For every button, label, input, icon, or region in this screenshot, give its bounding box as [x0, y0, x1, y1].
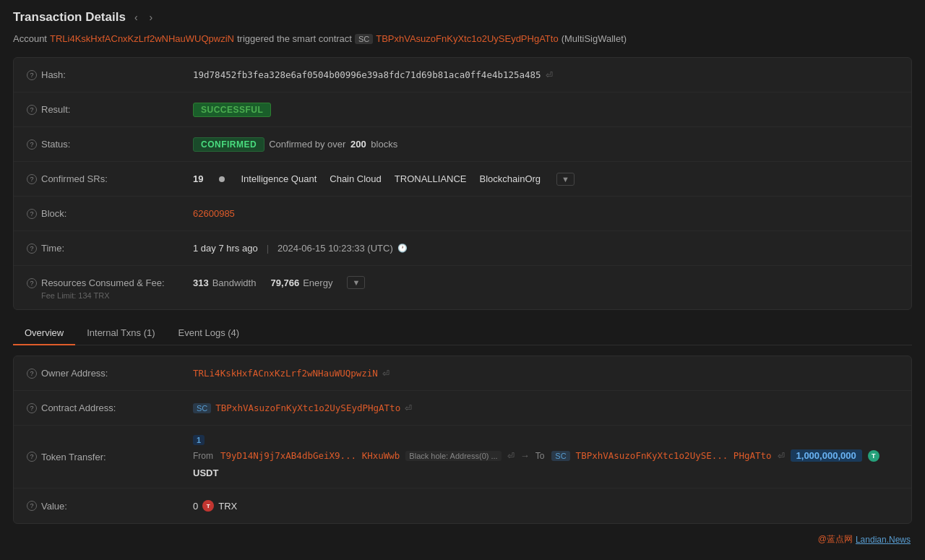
sr-name-1: Intelligence Quant [241, 173, 317, 184]
owner-label: Owner Address: [41, 368, 108, 379]
time-clock-icon[interactable]: 🕐 [397, 244, 408, 253]
token-badge: 1 [193, 435, 205, 445]
time-relative: 1 day 7 hrs ago [193, 243, 258, 254]
hash-copy-icon[interactable]: ⏎ [546, 70, 553, 80]
value-currency: TRX [218, 501, 237, 512]
srs-label: Confirmed SRs: [41, 173, 108, 184]
contract-address-link[interactable]: TBPxhVAsuzoFnKyXtc1o2UySEydPHgATto [215, 402, 400, 413]
hash-label: Hash: [41, 69, 66, 80]
to-address-link[interactable]: TBPxhVAsuzoFnKyXtc1o2UySE... PHgATto [576, 450, 772, 461]
sr-name-3: TRONALLIANCE [395, 173, 467, 184]
to-copy-icon[interactable]: ⏎ [778, 451, 785, 461]
bandwidth-num: 313 [193, 277, 209, 288]
block-row: ? Block: 62600985 [14, 197, 911, 231]
value-num: 0 [193, 501, 198, 512]
fee-sublabel: Fee Limit: 134 TRX [27, 291, 110, 300]
resources-help-icon[interactable]: ? [27, 278, 37, 288]
resources-label: Resources Consumed & Fee: [41, 277, 165, 288]
status-row: ? Status: CONFIRMED Confirmed by over 20… [14, 127, 911, 162]
block-number-link[interactable]: 62600985 [193, 208, 235, 219]
account-address-link[interactable]: TRLi4KskHxfACnxKzLrf2wNHauWUQpwziN [50, 33, 234, 44]
owner-address-row: ? Owner Address: TRLi4KskHxfACnxKzLrf2wN… [14, 356, 911, 391]
token-value: 1 From T9yD14Nj9j7xAB4dbGeiX9... KHxuWwb… [193, 435, 898, 478]
time-row: ? Time: 1 day 7 hrs ago | 2024-06-15 10:… [14, 231, 911, 266]
from-address-link[interactable]: T9yD14Nj9j7xAB4dbGeiX9... KHxuWwb [220, 450, 400, 461]
hash-text: 19d78452fb3fea328e6af0504b00996e39a8fdc7… [193, 69, 541, 80]
to-sc-tag: SC [551, 451, 569, 461]
page-title: Transaction Details [13, 10, 126, 25]
watermark: @蓝点网 Landian.News [818, 533, 911, 546]
energy-num: 79,766 [270, 277, 299, 288]
token-transfer-row: ? Token Transfer: 1 From T9yD14Nj9j7xAB4… [14, 426, 911, 488]
sr-name-4: BlockchainOrg [480, 173, 541, 184]
energy-label: Energy [303, 277, 332, 288]
tabs-row: Overview Internal Txns (1) Event Logs (4… [13, 322, 912, 345]
value-label: Value: [41, 501, 67, 512]
tab-internal-txns[interactable]: Internal Txns (1) [75, 322, 166, 345]
nav-back-button[interactable]: ‹ [132, 10, 141, 25]
from-label: From [193, 451, 213, 461]
status-value: CONFIRMED Confirmed by over 200 blocks [193, 137, 898, 152]
contract-address-link[interactable]: TBPxhVAsuzoFnKyXtc1o2UySEydPHgATto [376, 33, 558, 44]
usdt-icon: T [868, 450, 879, 462]
value-help-icon[interactable]: ? [27, 501, 37, 511]
contract-help-icon[interactable]: ? [27, 403, 37, 413]
hash-row: ? Hash: 19d78452fb3fea328e6af0504b00996e… [14, 58, 911, 92]
tab-event-logs[interactable]: Event Logs (4) [167, 322, 251, 345]
value-row: ? Value: 0 T TRX [14, 488, 911, 523]
time-value: 1 day 7 hrs ago | 2024-06-15 10:23:33 (U… [193, 243, 898, 254]
resources-value: 313 Bandwidth 79,766 Energy ▼ [193, 276, 898, 289]
overview-card: ? Owner Address: TRLi4KskHxfACnxKzLrf2wN… [13, 356, 912, 524]
from-copy-icon[interactable]: ⏎ [507, 451, 515, 461]
time-utc: 2024-06-15 10:23:33 (UTC) [278, 243, 393, 254]
tab-overview[interactable]: Overview [13, 322, 75, 345]
sc-tag: SC [355, 34, 373, 44]
account-prefix: Account [13, 33, 47, 44]
sr-list: 19 Intelligence Quant Chain Cloud TRONAL… [193, 173, 575, 186]
owner-address-link[interactable]: TRLi4KskHxfACnxKzLrf2wNHauWUQpwziN [193, 368, 378, 379]
result-help-icon[interactable]: ? [27, 105, 37, 115]
resources-list: 313 Bandwidth 79,766 Energy ▼ [193, 276, 365, 289]
block-help-icon[interactable]: ? [27, 209, 37, 219]
block-label: Block: [41, 208, 66, 219]
hash-value: 19d78452fb3fea328e6af0504b00996e39a8fdc7… [193, 69, 898, 80]
wallet-label: (MultiSigWallet) [562, 33, 627, 44]
srs-expand-button[interactable]: ▼ [556, 173, 575, 186]
usdt-label: USDT [193, 468, 218, 478]
transfer-details: From T9yD14Nj9j7xAB4dbGeiX9... KHxuWwb B… [193, 449, 898, 478]
account-middle-text: triggered the smart contract [237, 33, 352, 44]
result-value: SUCCESSFUL [193, 103, 898, 117]
value-amount: 0 T TRX [193, 500, 898, 512]
confirmed-prefix: Confirmed by over 200 blocks [269, 139, 397, 150]
nav-forward-button[interactable]: › [147, 10, 156, 25]
block-value: 62600985 [193, 208, 898, 219]
srs-help-icon[interactable]: ? [27, 174, 37, 184]
result-badge: SUCCESSFUL [193, 103, 271, 117]
confirmed-num: 200 [350, 139, 366, 150]
token-help-icon[interactable]: ? [27, 452, 37, 462]
hash-help-icon[interactable]: ? [27, 70, 37, 80]
contract-address-row: ? Contract Address: SC TBPxhVAsuzoFnKyXt… [14, 391, 911, 426]
energy-item: 79,766 Energy [270, 277, 332, 288]
to-label: To [535, 451, 545, 461]
watermark-at: @蓝点网 [818, 533, 853, 546]
status-label: Status: [41, 139, 70, 150]
bandwidth-item: 313 Bandwidth [193, 277, 256, 288]
contract-copy-icon[interactable]: ⏎ [405, 403, 412, 413]
status-help-icon[interactable]: ? [27, 139, 37, 150]
watermark-link[interactable]: Landian.News [856, 535, 911, 545]
blackhole-tag: Black hole: Address(0) ... [405, 451, 501, 461]
owner-copy-icon[interactable]: ⏎ [382, 369, 390, 379]
sr-name-2: Chain Cloud [330, 173, 382, 184]
result-row: ? Result: SUCCESSFUL [14, 92, 911, 127]
trx-icon: T [202, 500, 214, 512]
time-help-icon[interactable]: ? [27, 244, 37, 254]
resources-expand-button[interactable]: ▼ [347, 276, 365, 289]
sr-dot-1 [219, 176, 225, 182]
sr-count: 19 [193, 173, 203, 184]
details-card: ? Hash: 19d78452fb3fea328e6af0504b00996e… [13, 57, 912, 310]
owner-help-icon[interactable]: ? [27, 369, 37, 379]
srs-value: 19 Intelligence Quant Chain Cloud TRONAL… [193, 173, 898, 186]
bandwidth-label: Bandwidth [212, 277, 257, 288]
transfer-arrow: → [520, 450, 530, 461]
